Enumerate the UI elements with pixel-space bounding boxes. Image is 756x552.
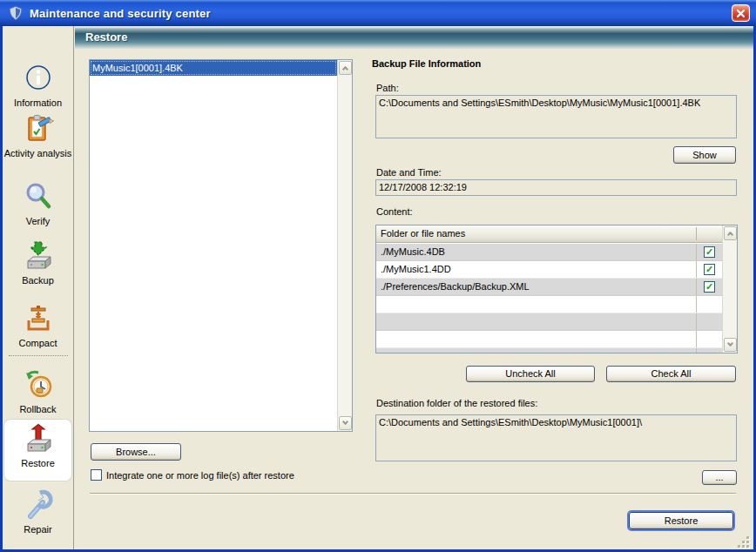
file-checkbox[interactable]: ✓ xyxy=(704,246,715,258)
backup-file-list-items: MyMusic1[0001].4BK xyxy=(90,60,337,431)
file-name: ./MyMusic1.4DD xyxy=(381,264,451,274)
content-table-header-label: Folder or file names xyxy=(381,228,465,239)
column-divider xyxy=(696,296,697,313)
sidebar-item-activity-analysis[interactable]: Activity analysis xyxy=(3,110,73,158)
sidebar-item-label: Restore xyxy=(4,458,71,468)
repair-icon xyxy=(21,488,56,522)
close-icon xyxy=(736,9,746,18)
datetime-label: Date and Time: xyxy=(376,167,442,178)
column-divider xyxy=(696,244,697,260)
scroll-up-button[interactable] xyxy=(339,61,352,75)
browse-button[interactable]: Browse... xyxy=(91,443,181,461)
path-label: Path: xyxy=(376,83,399,93)
table-row xyxy=(376,331,722,348)
chevron-up-icon xyxy=(342,66,348,72)
table-row xyxy=(376,348,722,353)
integrate-log-label: Integrate one or more log file(s) after … xyxy=(106,470,294,481)
table-scroll-down-button[interactable] xyxy=(724,338,737,352)
content-label: Content: xyxy=(376,206,413,217)
panel-title: Restore xyxy=(85,30,127,44)
content-table: Folder or file names ./MyMusic.4DB✓./MyM… xyxy=(375,225,738,353)
verify-icon xyxy=(21,179,56,214)
file-name: ./MyMusic.4DB xyxy=(381,246,445,257)
sidebar: InformationActivity analysisVerifyBackup… xyxy=(3,26,74,549)
column-divider xyxy=(696,331,697,347)
compact-icon xyxy=(21,301,56,336)
path-field[interactable]: C:\Documents and Settings\ESmith\Desktop… xyxy=(375,95,737,138)
column-divider xyxy=(696,261,697,278)
restore-button[interactable]: Restore xyxy=(629,512,733,529)
table-row: ./MyMusic.4DB✓ xyxy=(376,244,722,261)
activity-analysis-icon xyxy=(21,111,56,146)
restore-icon xyxy=(21,421,56,456)
uncheck-all-button[interactable]: Uncheck All xyxy=(466,366,595,382)
sidebar-item-verify[interactable]: Verify xyxy=(3,178,73,226)
integrate-log-checkbox[interactable] xyxy=(91,469,102,481)
sidebar-item-repair[interactable]: Repair xyxy=(3,486,73,535)
section-title: Backup File Information xyxy=(372,58,481,69)
column-divider xyxy=(696,279,697,295)
chevron-up-icon xyxy=(727,232,733,238)
destination-label: Destination folder of the restored files… xyxy=(376,398,537,408)
table-row xyxy=(376,313,722,331)
window-title: Maintenance and security center xyxy=(30,7,211,20)
more-options-button[interactable]: ... xyxy=(702,470,737,485)
file-checkbox[interactable]: ✓ xyxy=(704,281,715,293)
table-scroll-up-button[interactable] xyxy=(724,226,737,240)
chevron-down-icon xyxy=(727,340,733,347)
scroll-down-button[interactable] xyxy=(339,416,352,430)
content-table-header[interactable]: Folder or file names xyxy=(376,226,722,243)
column-divider xyxy=(696,313,697,330)
datetime-field: 12/17/2008 12:32:19 xyxy=(375,179,737,196)
panel-header: Restore xyxy=(75,27,753,49)
table-scrollbar[interactable] xyxy=(722,226,737,353)
check-all-button[interactable]: Check All xyxy=(606,366,736,382)
file-checkbox[interactable]: ✓ xyxy=(704,264,715,275)
column-divider xyxy=(696,227,697,240)
sidebar-item-label: Information xyxy=(3,98,73,108)
sidebar-item-label: Activity analysis xyxy=(3,148,73,158)
sidebar-separator xyxy=(9,355,68,356)
table-row xyxy=(376,296,722,313)
sidebar-item-compact[interactable]: Compact xyxy=(3,300,73,348)
file-name: ./Preferences/Backup/Backup.XML xyxy=(381,281,530,292)
maintenance-security-window: Maintenance and security center Informat… xyxy=(0,0,756,552)
sidebar-item-label: Compact xyxy=(3,338,73,348)
destination-field[interactable]: C:\Documents and Settings\ESmith\Desktop… xyxy=(375,414,737,461)
information-icon xyxy=(21,61,56,96)
close-button[interactable] xyxy=(732,4,750,22)
sidebar-item-restore[interactable]: Restore xyxy=(4,420,71,481)
chevron-down-icon xyxy=(342,419,348,425)
backup-icon xyxy=(21,239,56,273)
content-table-body: ./MyMusic.4DB✓./MyMusic1.4DD✓./Preferenc… xyxy=(376,244,722,353)
backup-file-list[interactable]: MyMusic1[0001].4BK xyxy=(89,59,353,432)
sidebar-item-rollback[interactable]: Rollback xyxy=(3,366,73,414)
resize-grip[interactable] xyxy=(738,536,749,548)
list-item[interactable]: MyMusic1[0001].4BK xyxy=(90,60,337,76)
table-row: ./Preferences/Backup/Backup.XML✓ xyxy=(376,279,722,296)
titlebar: Maintenance and security center xyxy=(0,0,756,26)
sidebar-item-information[interactable]: Information xyxy=(3,59,73,108)
rollback-icon xyxy=(21,367,56,402)
sidebar-item-label: Rollback xyxy=(3,404,73,414)
sidebar-item-label: Verify xyxy=(3,216,73,226)
list-scrollbar[interactable] xyxy=(337,60,352,431)
column-divider xyxy=(696,348,697,353)
sidebar-item-label: Repair xyxy=(3,524,73,535)
shield-app-icon xyxy=(8,5,24,21)
table-row: ./MyMusic1.4DD✓ xyxy=(376,261,722,279)
footer-separator xyxy=(90,493,736,494)
sidebar-item-label: Backup xyxy=(3,275,73,286)
show-button[interactable]: Show xyxy=(673,146,736,164)
sidebar-item-backup[interactable]: Backup xyxy=(3,237,73,286)
